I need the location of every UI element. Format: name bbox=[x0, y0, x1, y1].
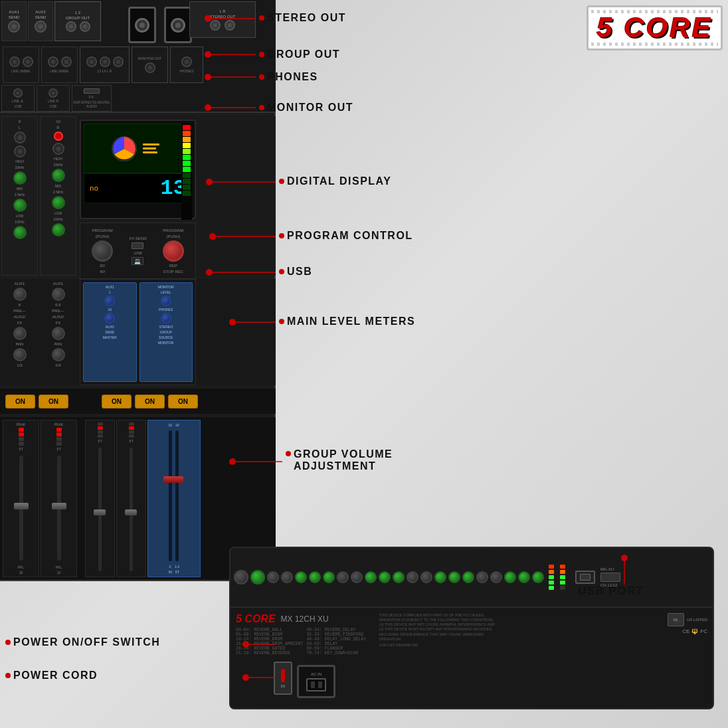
on-button-ch3[interactable]: ON bbox=[102, 395, 132, 409]
label-group-out: GROUP OUT bbox=[259, 48, 340, 60]
effect-0: 00-04: REVERB_HALL bbox=[236, 628, 303, 632]
usb-port-rear[interactable] bbox=[575, 571, 595, 584]
on-button-ch1[interactable]: ON bbox=[5, 395, 35, 409]
label-power-cord: POWER CORD bbox=[5, 670, 98, 682]
label-group-volume: GROUP VOLUME ADJUSTMENT bbox=[286, 448, 393, 472]
effect-2: 05-09: REVERB_ROOM bbox=[236, 632, 303, 637]
label-usb-port: USB PORT bbox=[578, 585, 644, 598]
program-control-area: PROGRAM (PUSH) 32! 40! FX SEND USB 💻 PRO… bbox=[80, 223, 196, 279]
logo-text: 5 CORE bbox=[596, 12, 712, 44]
xlr-connectors bbox=[123, 1, 197, 48]
label-phones: PHONES bbox=[259, 71, 318, 83]
label-program-control: PROGRAM CONTROL bbox=[279, 230, 413, 242]
on-buttons-row: ON ON ON ON ON bbox=[0, 389, 276, 414]
power-switch[interactable]: I/O bbox=[274, 662, 292, 695]
label-main-level-meters: MAIN LEVEL METERS bbox=[279, 316, 415, 327]
effect-9: 60-69: FLANGER bbox=[306, 646, 373, 651]
label-digital-display: DIGITAL DISPLAY bbox=[279, 175, 391, 187]
rear-model-text: MX 12CH XU bbox=[281, 614, 329, 624]
effect-6: 15-19: REVERB_DRUM_AMBIENT bbox=[236, 642, 303, 646]
effect-3: 35-39: REVERB_PINGPONG bbox=[306, 632, 373, 637]
rear-panel-device: MG-XU CH 11/12 5 CORE MX 12CH XU 00-04: … bbox=[229, 547, 714, 709]
channel-eq-section: 9 L HIGH 10kHz MID 2.5kHz LOW 100Hz bbox=[0, 116, 276, 276]
display-preset-no: no bbox=[90, 185, 98, 193]
effect-4: 10-14: REVERB_DRUM bbox=[236, 637, 303, 642]
digital-display-area: no 13 bbox=[80, 120, 196, 219]
aux-pan-section: AUX1 6 PRE— AUX2/ FX PAN 1/3 AUX1 6.6 PR… bbox=[0, 279, 276, 385]
on-button-ch2[interactable]: ON bbox=[39, 395, 68, 409]
label-monitor-out: MONITOR OUT bbox=[259, 102, 353, 114]
effect-10: 25-29: REVERB_REVERSE bbox=[236, 651, 303, 656]
on-button-ch5[interactable]: ON bbox=[168, 395, 198, 409]
label-stereo-out: STEREO OUT bbox=[259, 12, 346, 24]
top-connectors: AUX1 SEND AUX2 SEND 1 2 GROUP OUT bbox=[0, 0, 276, 113]
label-usb: USB bbox=[279, 266, 312, 278]
rear-brand-logo: 5 CORE bbox=[236, 613, 276, 625]
effect-11: 70-74: KEY_DOWN+ECHO bbox=[306, 651, 373, 656]
label-power-switch: POWER ON/OFF SWITCH bbox=[5, 636, 160, 648]
power-inlet: AC IN bbox=[297, 665, 335, 698]
mixer-top-device: AUX1 SEND AUX2 SEND 1 2 GROUP OUT bbox=[0, 0, 276, 581]
logo-container: 5 CORE bbox=[587, 5, 723, 50]
effect-1: 30-34: REVERB_DELAY bbox=[306, 628, 373, 632]
effect-7: 50-59: DELAY bbox=[306, 642, 373, 646]
on-button-ch4[interactable]: ON bbox=[135, 395, 165, 409]
effect-8: 20-24: REVERB_GATED bbox=[236, 646, 303, 651]
effect-5: 40-49: DELAY_LONG_DELAY bbox=[306, 637, 373, 642]
